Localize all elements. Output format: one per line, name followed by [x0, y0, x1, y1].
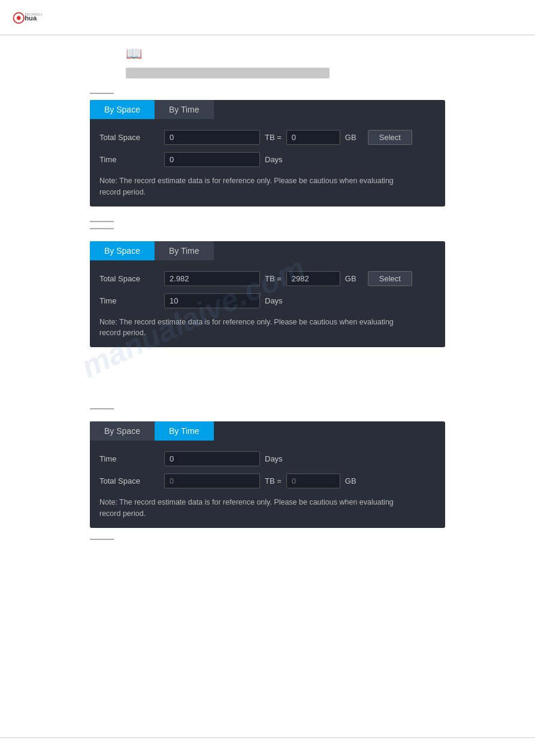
label-time-2: Time — [99, 296, 159, 305]
tab-by-space-3[interactable]: By Space — [90, 421, 155, 441]
section-1: By Space By Time Total Space TB = GB Sel… — [90, 93, 445, 207]
row-total-space-1: Total Space TB = GB Select — [90, 126, 445, 148]
eq-1: TB = — [265, 133, 282, 142]
note-2: Note: The record estimate data is for re… — [90, 312, 445, 339]
input-total-space-tb-2[interactable] — [164, 271, 260, 286]
divider-2b — [90, 228, 114, 229]
tab-by-time-2[interactable]: By Time — [155, 241, 214, 260]
tab-bar-3: By Space By Time — [90, 421, 445, 441]
tab-by-time-1[interactable]: By Time — [155, 100, 214, 119]
select-button-1[interactable]: Select — [368, 130, 412, 145]
input-total-space-gb-2[interactable] — [286, 271, 340, 286]
unit-gb-1: GB — [345, 133, 363, 142]
progress-bar — [126, 68, 330, 78]
svg-text:TECHNOLOGY: TECHNOLOGY — [25, 13, 42, 16]
input-total-space-gb-3[interactable] — [286, 473, 340, 488]
card-3: By Space By Time Time Days Total Space T… — [90, 421, 445, 528]
label-total-space-2: Total Space — [99, 274, 159, 283]
input-total-space-gb-1[interactable] — [286, 130, 340, 145]
tab-by-space-2[interactable]: By Space — [90, 241, 155, 260]
tab-by-time-3[interactable]: By Time — [155, 421, 214, 441]
divider-2 — [90, 221, 114, 222]
input-time-1[interactable] — [164, 152, 260, 167]
section-2: By Space By Time Total Space TB = GB Sel… — [90, 221, 445, 348]
tab-bar-2: By Space By Time — [90, 241, 445, 260]
input-total-space-tb-3[interactable] — [164, 473, 260, 488]
header: hua TECHNOLOGY — [0, 0, 535, 35]
row-total-space-3: Total Space TB = GB — [90, 470, 445, 492]
tab-by-space-1[interactable]: By Space — [90, 100, 155, 119]
label-time-1: Time — [99, 155, 159, 164]
book-area: 📖 — [0, 35, 535, 65]
label-time-3: Time — [99, 454, 159, 463]
divider-1 — [90, 93, 114, 94]
section-3: By Space By Time Time Days Total Space T… — [90, 408, 445, 540]
row-time-3: Time Days — [90, 448, 445, 470]
row-time-2: Time Days — [90, 290, 445, 312]
input-time-2[interactable] — [164, 293, 260, 308]
card-1: By Space By Time Total Space TB = GB Sel… — [90, 100, 445, 207]
divider-3 — [90, 408, 114, 409]
note-1: Note: The record estimate data is for re… — [90, 171, 445, 198]
eq-3: TB = — [265, 476, 282, 485]
unit-days-3: Days — [265, 454, 283, 463]
note-3: Note: The record estimate data is for re… — [90, 492, 445, 520]
card-2: By Space By Time Total Space TB = GB Sel… — [90, 241, 445, 348]
logo: hua TECHNOLOGY — [12, 6, 42, 30]
label-total-space-1: Total Space — [99, 133, 159, 142]
label-total-space-3: Total Space — [99, 476, 159, 485]
select-button-2[interactable]: Select — [368, 271, 412, 286]
input-time-3[interactable] — [164, 451, 260, 466]
unit-gb-3: GB — [345, 476, 363, 485]
row-time-1: Time Days — [90, 148, 445, 171]
tab-bar-1: By Space By Time — [90, 100, 445, 119]
footer-line — [0, 737, 535, 738]
unit-gb-2: GB — [345, 274, 363, 283]
input-total-space-tb-1[interactable] — [164, 130, 260, 145]
divider-3b — [90, 539, 114, 540]
eq-2: TB = — [265, 274, 282, 283]
dahua-logo: hua TECHNOLOGY — [12, 6, 42, 30]
row-total-space-2: Total Space TB = GB Select — [90, 268, 445, 290]
book-icon: 📖 — [126, 46, 142, 62]
unit-days-1: Days — [265, 155, 283, 164]
unit-days-2: Days — [265, 296, 283, 305]
